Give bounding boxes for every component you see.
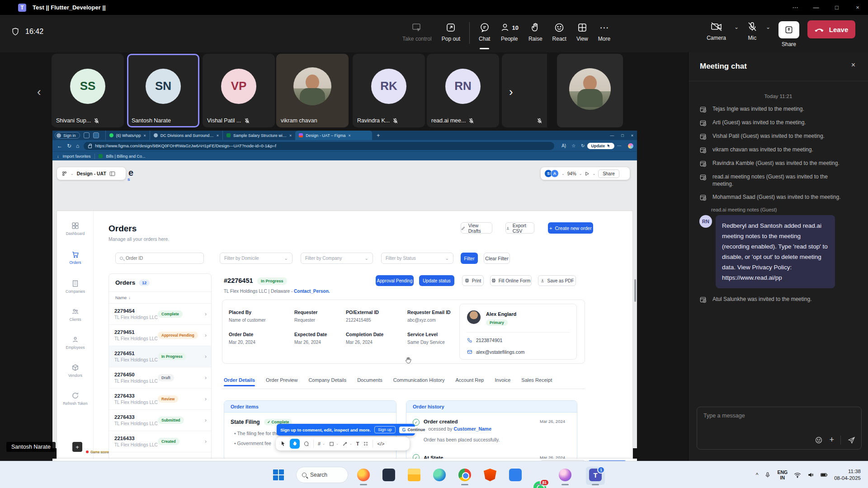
sort-icon[interactable]: ↓	[128, 295, 131, 300]
chat-button[interactable]: Chat	[478, 20, 491, 44]
filter-company-select[interactable]: Filter by Company⌄	[301, 253, 373, 264]
browser-close-icon[interactable]: ×	[631, 133, 633, 138]
tray-expand-icon[interactable]: ^	[756, 472, 759, 478]
move-tool-icon[interactable]	[280, 441, 286, 447]
favorite-icon[interactable]: ☆	[571, 143, 576, 148]
fill-online-form-button[interactable]: Fill Online Form	[490, 275, 532, 286]
participant-tile[interactable]: RK Ravindra K...	[353, 54, 425, 127]
share-screen-button[interactable]: Share	[778, 19, 800, 49]
layout-icon[interactable]	[109, 171, 115, 176]
tab-actions-icon[interactable]	[93, 132, 99, 138]
bookmark-import-favorites[interactable]: Import favorites	[63, 154, 91, 159]
detail-tab[interactable]: Order Preview	[266, 377, 297, 386]
minimize-button[interactable]: —	[806, 0, 826, 15]
battery-icon[interactable]	[821, 472, 828, 478]
presenter-plus-button[interactable]: +	[72, 442, 82, 452]
read-aloud-icon[interactable]: A)	[561, 143, 566, 148]
detail-tab[interactable]: Order Details	[224, 377, 255, 386]
browser-minimize-icon[interactable]: —	[610, 133, 614, 138]
tab-close-icon[interactable]: ×	[289, 133, 292, 138]
row-chevron-icon[interactable]: ›	[205, 311, 207, 317]
tab-close-icon[interactable]: ×	[144, 133, 146, 138]
approval-pending-button[interactable]: Approval Pending	[376, 275, 414, 286]
row-chevron-icon[interactable]: ›	[205, 438, 207, 445]
collaborators-chevron-icon[interactable]: ⌄	[561, 172, 565, 176]
sidebar-item-dashboard[interactable]: Dashboard	[57, 222, 94, 236]
pop-out-button[interactable]: Pop out	[441, 20, 461, 44]
frame-tool-icon[interactable]: #	[318, 441, 321, 446]
figma-share-button[interactable]: Share	[598, 169, 619, 178]
brave-icon[interactable]	[484, 469, 496, 481]
react-button[interactable]: React	[552, 20, 567, 44]
maximize-button[interactable]: □	[826, 0, 847, 15]
browser-tab[interactable]: (6) WhatsApp×	[105, 131, 150, 140]
detail-tab[interactable]: Documents	[357, 377, 382, 386]
browser-tab[interactable]: DC Divisions and Surroundings×	[150, 131, 222, 140]
filter-status-select[interactable]: Filter by Status⌄	[381, 253, 453, 264]
sidebar-item-vendors[interactable]: Vendors	[57, 364, 94, 378]
attach-icon[interactable]: +	[829, 435, 834, 445]
collaborator-avatar[interactable]: A	[551, 169, 559, 178]
zoom-level[interactable]: 94%	[567, 171, 576, 176]
save-as-pdf-button[interactable]: Save as PDF	[538, 275, 576, 286]
sidebar-item-clients[interactable]: Clients	[57, 308, 94, 322]
close-button[interactable]: ×	[847, 0, 868, 15]
figma-menu-icon[interactable]	[61, 171, 67, 177]
firefox-icon[interactable]	[357, 469, 370, 481]
browser-menu-icon[interactable]: ⋯	[617, 143, 622, 148]
titlebar-more-icon[interactable]: ⋯	[785, 0, 806, 15]
row-chevron-icon[interactable]: ›	[205, 375, 207, 381]
participant-tile[interactable]: vikram chavan	[276, 54, 349, 127]
browser-tab[interactable]: Sample Salary Structure with calc×	[222, 131, 295, 140]
raise-hand-button[interactable]: Raise	[528, 20, 543, 44]
detail-tab[interactable]: Company Details	[308, 377, 346, 386]
sidebar-item-refresh-token[interactable]: Refresh Token	[57, 392, 94, 406]
tray-mic-icon[interactable]	[764, 472, 771, 478]
mic-options-chev​ron-icon[interactable]: ⌄	[766, 24, 770, 30]
collections-icon[interactable]: ↻	[581, 143, 585, 148]
detail-tab[interactable]: Account Rep	[456, 377, 484, 386]
sidebar-item-employees[interactable]: Employees	[57, 336, 94, 350]
dev-mode-icon[interactable]: </>	[377, 441, 384, 446]
participant-tile-partial[interactable]	[502, 54, 547, 127]
text-tool-icon[interactable]: T	[356, 441, 359, 446]
teams-icon[interactable]: T 1	[589, 469, 602, 481]
sidebar-item-companies[interactable]: Companies	[57, 280, 94, 294]
strip-scroll-left-icon[interactable]: ‹	[37, 85, 41, 99]
order-row[interactable]: 2279451 TL Flex Holdings LLC Approval Pe…	[109, 325, 211, 346]
chat-close-icon[interactable]: ×	[851, 61, 855, 69]
actions-tool-icon[interactable]	[363, 441, 368, 446]
chat-input-box[interactable]: +	[697, 407, 862, 450]
figma-canvas[interactable]: e S ⌄ Design - UAT S A ⌄ 94% ⌄ ⌄ Share	[52, 160, 637, 448]
workspaces-icon[interactable]	[84, 132, 90, 138]
back-icon[interactable]: ←	[57, 143, 62, 149]
participant-tile[interactable]: SS Shivani Sup...	[52, 54, 124, 127]
export-csv-button[interactable]: Export CSV	[505, 222, 534, 234]
participant-tile-active-speaker[interactable]: SN Santosh Narate	[127, 54, 199, 127]
wifi-icon[interactable]	[794, 472, 801, 478]
contact-email[interactable]: alex@vstatefilings.com	[476, 349, 525, 355]
copilot-icon[interactable]	[628, 143, 633, 149]
print-button[interactable]: Print	[462, 275, 484, 286]
shape-tool-icon[interactable]	[329, 441, 334, 446]
participant-tile[interactable]: RN read.ai mee...	[427, 54, 499, 127]
taskbar-clock[interactable]: 11:38 08-04-2025	[834, 468, 861, 482]
participant-tile-spotlight[interactable]	[557, 54, 623, 127]
order-row[interactable]: 2276433 TL Flex Holdings LLC Review ›	[109, 389, 211, 410]
mic-button[interactable]: Mic	[746, 19, 759, 43]
detail-tab[interactable]: Communication History	[393, 377, 445, 386]
pen-tool-icon[interactable]	[343, 441, 348, 446]
profile-ball-icon[interactable]	[559, 469, 571, 481]
browser-update-button[interactable]: Update	[587, 143, 614, 149]
send-icon[interactable]	[847, 436, 856, 444]
create-new-order-button[interactable]: + Create new order	[548, 222, 593, 234]
chat-message-input[interactable]	[703, 413, 848, 419]
present-chevron-icon[interactable]: ⌄	[592, 172, 595, 176]
browser-tab-active[interactable]: Design - UAT – Figma×	[295, 131, 372, 140]
browser-restore-icon[interactable]: □	[621, 133, 623, 138]
camera-button[interactable]: Camera	[706, 19, 727, 43]
customer-name-link[interactable]: Customer_Name	[454, 426, 491, 432]
row-chevron-icon[interactable]: ›	[205, 332, 207, 338]
filter-clear-button[interactable]: Clear Filter	[484, 253, 510, 264]
contact-phone[interactable]: 2123874901	[476, 338, 502, 343]
